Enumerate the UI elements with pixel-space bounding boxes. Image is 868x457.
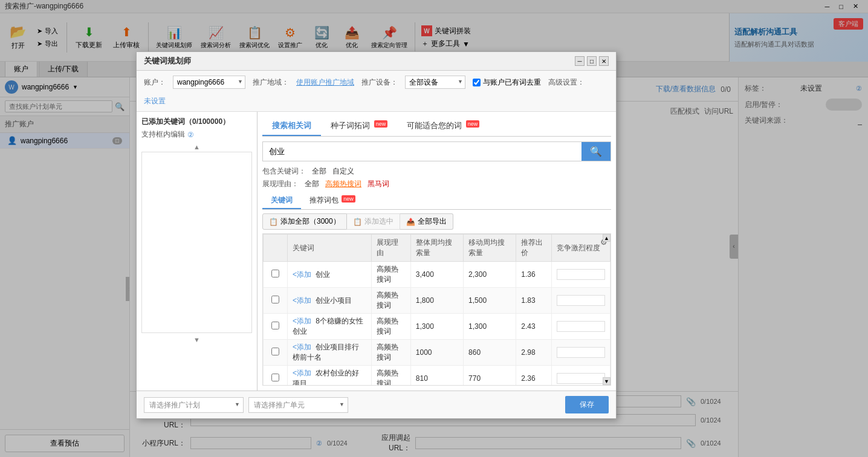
unit-select[interactable]: 请选择推广单元	[248, 397, 348, 413]
sub-tabs: 关键词 推荐词包 new	[262, 193, 611, 210]
total-search-cell: 810	[410, 366, 463, 386]
added-kw-scroll-down[interactable]: ▼	[141, 336, 252, 343]
filter-reason-high[interactable]: 高频热搜词	[325, 179, 361, 189]
added-kw-scroll-up[interactable]: ▲	[141, 143, 252, 151]
add-link[interactable]: <添加	[293, 317, 311, 325]
kw-search-input[interactable]	[263, 143, 581, 160]
col-add	[264, 235, 288, 262]
device-select[interactable]: 全部设备	[405, 76, 465, 89]
table-row: <添加 创业项目排行榜前十名 高频热搜词 1000 860 2.98	[264, 340, 611, 366]
table-row: <添加 农村创业的好项目 高频热搜词 810 770 2.36	[264, 366, 611, 386]
add-all-btn[interactable]: 📋 添加全部（3000）	[262, 213, 347, 230]
col-competition[interactable]: 竞争激烈程度 ⚙	[551, 235, 610, 262]
modal-left-panel: 已添加关键词（0/100000） 支持框内编辑 ② ▲ ▼	[137, 112, 257, 391]
col-keyword[interactable]: 关键词	[288, 235, 372, 262]
reason-cell: 高频热搜词	[372, 262, 411, 288]
filter-include-all[interactable]: 全部	[312, 166, 326, 177]
device-select-wrapper: 全部设备 ▼	[405, 76, 465, 89]
export-all-btn[interactable]: 📤 全部导出	[400, 213, 453, 230]
modal-account-row: 账户： wangping6666 ▼ 推广地域： 使用账户推广地域 推广设备： …	[137, 71, 616, 112]
add-link[interactable]: <添加	[293, 270, 311, 279]
total-search-cell: 1,800	[410, 288, 463, 314]
modal-close-btn[interactable]: ✕	[599, 56, 609, 66]
modal-controls: ─ □ ✕	[575, 56, 609, 66]
filter-reason-label: 展现理由：	[262, 179, 299, 189]
tab-suitable-words[interactable]: 可能适合您的词 new	[397, 117, 489, 136]
modal-content-area: 已添加关键词（0/100000） 支持框内编辑 ② ▲ ▼ 搜索相关词	[137, 112, 616, 391]
row-checkbox[interactable]	[271, 348, 279, 355]
col-mobile-search[interactable]: 移动周均搜索量	[464, 235, 516, 262]
action-bar: 📋 添加全部（3000） 📋 添加选中 📤 全部导出	[262, 213, 611, 230]
table-row: <添加 8个稳赚的女性创业 高频热搜词 1,300 1,300 2.43	[264, 314, 611, 340]
bid-cell: 1.83	[516, 288, 552, 314]
mobile-search-cell: 1,500	[464, 288, 516, 314]
add-link[interactable]: <添加	[293, 296, 311, 305]
mobile-search-cell: 1,300	[464, 314, 516, 340]
row-checkbox[interactable]	[271, 322, 279, 329]
search-input-row: 🔍	[262, 141, 611, 161]
subtab-keywords[interactable]: 关键词	[262, 193, 301, 209]
modal-footer: 请选择推广计划 ▼ 请选择推广单元 ▼ 保存	[137, 391, 616, 418]
tab-related-words[interactable]: 搜索相关词	[262, 117, 321, 136]
competition-input[interactable]	[557, 321, 605, 332]
account-label: 账户：	[144, 77, 166, 88]
tab-seed-words[interactable]: 种子词拓词 new	[321, 117, 397, 136]
bid-cell: 2.43	[516, 314, 552, 340]
account-select[interactable]: wangping6666	[173, 76, 245, 89]
keyword-table: 关键词 展现理由 整体周均搜索量 移动周均搜索量	[263, 234, 611, 386]
modal-minimize-btn[interactable]: ─	[575, 56, 585, 66]
col-bid[interactable]: 推荐出价	[516, 235, 552, 262]
dedup-checkbox-label[interactable]: 与账户已有词去重	[473, 77, 541, 88]
add-link[interactable]: <添加	[293, 343, 311, 351]
modal-header: 关键词规划师 ─ □ ✕	[137, 52, 616, 71]
kw-search-btn[interactable]: 🔍	[581, 142, 611, 161]
competition-input[interactable]	[557, 347, 605, 358]
table-header-row: 关键词 展现理由 整体周均搜索量 移动周均搜索量	[264, 235, 611, 262]
subtab-recommended[interactable]: 推荐词包 new	[301, 193, 364, 209]
competition-input[interactable]	[557, 373, 605, 384]
filter-reason-row: 展现理由： 全部 高频热搜词 黑马词	[262, 179, 611, 189]
col-total-search[interactable]: 整体周均搜索量	[410, 235, 463, 262]
col-reason[interactable]: 展现理由	[372, 235, 411, 262]
competition-cell	[551, 288, 610, 314]
table-row: <添加 创业 高频热搜词 3,400 2,300 1.36	[264, 262, 611, 288]
dedup-checkbox[interactable]	[473, 79, 481, 86]
export-all-icon: 📤	[406, 218, 415, 226]
filter-include-label: 包含关键词：	[262, 166, 306, 177]
filter-include-custom[interactable]: 自定义	[332, 166, 354, 177]
competition-input[interactable]	[557, 269, 605, 280]
modal-dialog: 关键词规划师 ─ □ ✕ 账户： wangping6666 ▼ 推广地域： 使用…	[136, 51, 617, 419]
edit-help-icon[interactable]: ②	[187, 131, 194, 139]
keyword-table-container: 关键词 展现理由 整体周均搜索量 移动周均搜索量	[262, 233, 611, 386]
competition-input[interactable]	[557, 295, 605, 306]
modal-maximize-btn[interactable]: □	[587, 56, 597, 66]
add-all-icon: 📋	[269, 218, 278, 226]
advanced-value[interactable]: 未设置	[144, 96, 166, 106]
mobile-search-cell: 770	[464, 366, 516, 386]
region-label: 推广地域：	[253, 77, 289, 88]
total-search-cell: 3,400	[410, 262, 463, 288]
tab-suitable-new-badge: new	[466, 120, 480, 128]
support-edit-row: 支持框内编辑 ②	[141, 129, 252, 140]
row-checkbox[interactable]	[271, 270, 279, 277]
mobile-search-cell: 2,300	[464, 262, 516, 288]
row-checkbox[interactable]	[271, 374, 279, 381]
row-checkbox[interactable]	[271, 296, 279, 303]
support-edit-label: 支持框内编辑	[141, 129, 185, 140]
table-scroll-down-btn[interactable]: ▼	[603, 377, 611, 385]
filter-reason-all[interactable]: 全部	[305, 179, 319, 189]
subtab-new-badge: new	[342, 195, 355, 203]
total-search-cell: 1000	[410, 340, 463, 366]
filter-reason-black[interactable]: 黑马词	[368, 179, 389, 189]
add-selected-btn: 📋 添加选中	[347, 213, 400, 230]
plan-select[interactable]: 请选择推广计划	[144, 397, 244, 413]
account-select-wrapper: wangping6666 ▼	[173, 76, 245, 89]
table-scroll-up-btn[interactable]: ▲	[603, 234, 611, 242]
save-btn[interactable]: 保存	[565, 396, 609, 413]
modal-title: 关键词规划师	[144, 56, 191, 66]
added-keywords-header: 已添加关键词（0/100000）	[141, 117, 252, 127]
add-link[interactable]: <添加	[293, 369, 311, 377]
added-kw-textarea[interactable]	[141, 152, 252, 333]
region-value[interactable]: 使用账户推广地域	[296, 77, 354, 88]
device-label: 推广设备：	[361, 77, 398, 88]
